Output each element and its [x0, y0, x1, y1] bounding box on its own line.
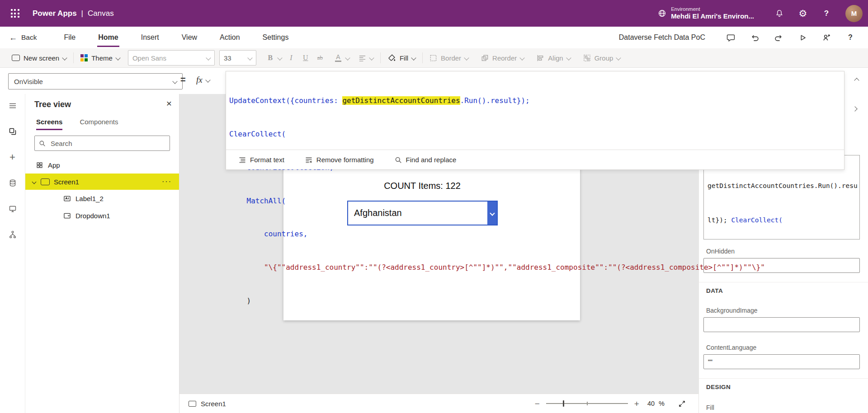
- flow-branch-icon: [9, 230, 17, 239]
- app-title-group: Power Apps | Canvas: [33, 9, 114, 18]
- tab-components[interactable]: Components: [80, 118, 118, 130]
- align-button[interactable]: Align: [537, 54, 570, 62]
- menu-insert[interactable]: Insert: [140, 28, 160, 47]
- group-button[interactable]: Group: [583, 54, 621, 62]
- menu-home[interactable]: Home: [97, 28, 119, 47]
- zoom-in-button[interactable]: +: [634, 399, 639, 408]
- bold-button[interactable]: B: [266, 54, 282, 62]
- tree-item-screen1[interactable]: Screen1 ···: [25, 174, 179, 190]
- chevron-down-icon[interactable]: [32, 179, 37, 184]
- border-icon: [429, 54, 437, 62]
- insert-rail-button[interactable]: +: [6, 151, 19, 164]
- font-family-select[interactable]: Open Sans: [128, 50, 215, 66]
- search-icon: [395, 156, 402, 164]
- new-screen-icon: [12, 55, 20, 61]
- theme-button[interactable]: Theme: [80, 54, 120, 62]
- menu-file[interactable]: File: [63, 28, 76, 47]
- theme-label: Theme: [91, 54, 113, 62]
- search-highlight: getDistinctAccountCountries: [342, 96, 460, 105]
- reorder-button[interactable]: Reorder: [481, 54, 524, 62]
- formula-bar-collapse-button[interactable]: [852, 76, 862, 84]
- back-button[interactable]: ← Back: [9, 33, 37, 42]
- tree-search-box: [34, 136, 170, 151]
- formula-line: MatchAll(: [229, 196, 843, 207]
- waffle-menu-button[interactable]: [7, 6, 23, 21]
- strikethrough-button[interactable]: ab: [316, 54, 324, 61]
- share-button[interactable]: [821, 32, 832, 43]
- underline-button[interactable]: U: [302, 54, 310, 62]
- formula-actions: Format text Remove formatting Find and r…: [226, 150, 844, 169]
- tree-item-label1-2[interactable]: Label1_2: [25, 190, 179, 207]
- tree-item-dropdown1[interactable]: Dropdown1: [25, 207, 179, 224]
- property-select[interactable]: OnVisible: [8, 73, 183, 89]
- border-button[interactable]: Border: [429, 54, 468, 62]
- zoom-slider-thumb[interactable]: [563, 400, 565, 407]
- more-options-button[interactable]: ···: [162, 178, 172, 186]
- preview-app-button[interactable]: [797, 32, 808, 43]
- media-monitor-icon: [9, 205, 17, 213]
- remove-formatting-button[interactable]: Remove formatting: [305, 156, 374, 164]
- find-replace-label: Find and replace: [406, 156, 457, 164]
- command-menu-bar: ← Back File Home Insert View Action Sett…: [0, 27, 868, 49]
- tree-view-panel: Tree view × Screens Components App Scree…: [25, 94, 179, 413]
- zoom-slider[interactable]: [546, 400, 628, 407]
- zoom-controls: − + 40 %: [535, 399, 698, 408]
- reorder-label: Reorder: [492, 54, 517, 62]
- fit-to-window-button[interactable]: [678, 400, 686, 408]
- contentlanguage-input[interactable]: [703, 354, 860, 369]
- power-automate-rail-button[interactable]: [6, 228, 19, 241]
- data-rail-button[interactable]: [6, 177, 19, 189]
- tab-screens[interactable]: Screens: [36, 118, 62, 130]
- chevron-down-icon: [115, 55, 120, 60]
- toolbar-divider: [73, 52, 74, 63]
- redo-button[interactable]: [773, 32, 784, 43]
- help-button[interactable]: ?: [820, 7, 833, 20]
- fill-button[interactable]: Fill: [387, 54, 415, 62]
- font-color-button[interactable]: A: [334, 54, 349, 62]
- zoom-out-button[interactable]: −: [535, 399, 540, 408]
- close-panel-button[interactable]: ×: [166, 99, 172, 108]
- collapse-rail-button[interactable]: [6, 99, 19, 112]
- zoom-level[interactable]: 40 %: [647, 400, 665, 407]
- new-screen-button[interactable]: New screen: [12, 54, 66, 62]
- tree-view-icon: [9, 127, 17, 136]
- menu-settings[interactable]: Settings: [262, 28, 290, 47]
- current-screen-indicator[interactable]: Screen1: [179, 400, 226, 408]
- formula-code[interactable]: UpdateContext({countries: getDistinctAcc…: [229, 73, 843, 329]
- formula-editor[interactable]: UpdateContext({countries: getDistinctAcc…: [226, 71, 844, 170]
- italic-button[interactable]: I: [287, 54, 295, 62]
- notifications-button[interactable]: [773, 7, 786, 20]
- settings-button[interactable]: ⚙: [797, 7, 809, 20]
- status-bar: Screen1 − + 40 %: [179, 394, 698, 413]
- tree-item-app[interactable]: App: [25, 156, 179, 174]
- menu-view[interactable]: View: [181, 28, 198, 47]
- fill-property-label: Fill: [706, 404, 714, 411]
- database-icon: [9, 179, 17, 187]
- back-label: Back: [21, 33, 37, 42]
- environment-label: Environment: [671, 6, 754, 12]
- find-replace-button[interactable]: Find and replace: [395, 156, 457, 164]
- account-avatar[interactable]: M: [845, 5, 863, 22]
- search-input[interactable]: [50, 139, 165, 148]
- formula-line: "\{""address1_country"":""(?<address1_co…: [229, 262, 843, 273]
- media-rail-button[interactable]: [6, 202, 19, 215]
- font-size-select[interactable]: 33: [219, 50, 256, 66]
- tree-view-rail-button[interactable]: [6, 125, 19, 138]
- fx-function-button[interactable]: fx: [196, 75, 210, 85]
- zoom-unit: %: [659, 400, 665, 407]
- menu-action[interactable]: Action: [219, 28, 241, 47]
- undo-icon: [750, 33, 759, 42]
- environment-selector[interactable]: Environment Mehdi El Amri's Environ...: [658, 6, 754, 20]
- font-family-value: Open Sans: [132, 54, 203, 62]
- chevron-down-icon: [345, 55, 350, 60]
- collapse-panel-button[interactable]: [853, 105, 857, 112]
- app-title[interactable]: Power Apps: [33, 9, 77, 18]
- undo-button[interactable]: [749, 32, 760, 43]
- format-toolbar: New screen Theme Open Sans 33 B I U ab A: [0, 48, 868, 68]
- tree-view-tabs: Screens Components: [36, 118, 118, 130]
- tree-item-label: Dropdown1: [75, 212, 110, 220]
- text-align-button[interactable]: [359, 54, 373, 62]
- help-menu-button[interactable]: ?: [844, 32, 856, 43]
- feedback-button[interactable]: [725, 32, 736, 43]
- format-text-button[interactable]: Format text: [239, 156, 284, 164]
